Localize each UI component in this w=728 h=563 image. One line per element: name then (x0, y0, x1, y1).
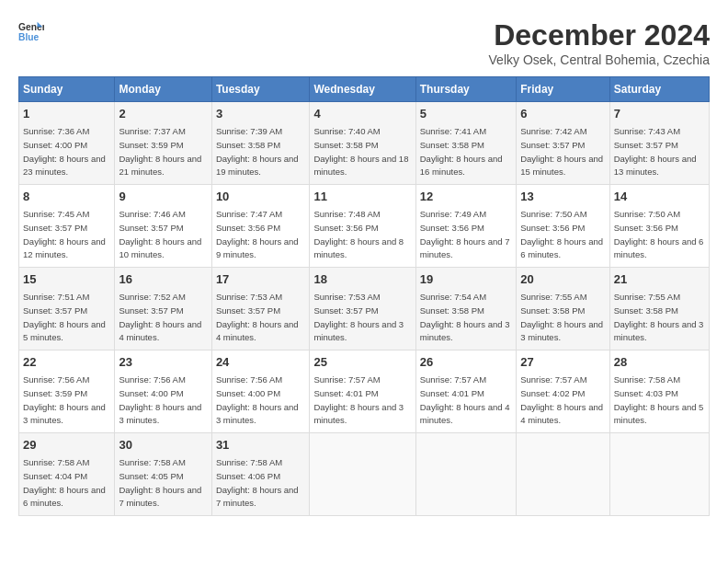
day-cell-13: 13 Sunrise: 7:50 AMSunset: 3:56 PMDaylig… (517, 185, 609, 268)
title-area: December 2024 Velky Osek, Central Bohemi… (489, 18, 710, 67)
svg-text:Blue: Blue (18, 32, 40, 42)
col-thursday: Thursday (415, 77, 516, 102)
day-cell-3: 3 Sunrise: 7:39 AMSunset: 3:58 PMDayligh… (211, 102, 310, 185)
day-cell-23: 23 Sunrise: 7:56 AMSunset: 4:00 PMDaylig… (115, 350, 211, 433)
day-cell-25: 25 Sunrise: 7:57 AMSunset: 4:01 PMDaylig… (310, 350, 415, 433)
location: Velky Osek, Central Bohemia, Czechia (489, 52, 710, 67)
week-row-3: 15 Sunrise: 7:51 AMSunset: 3:57 PMDaylig… (19, 268, 710, 350)
week-row-2: 8 Sunrise: 7:45 AMSunset: 3:57 PMDayligh… (19, 185, 710, 268)
col-sunday: Sunday (19, 77, 115, 102)
month-title: December 2024 (489, 18, 710, 52)
day-cell-21: 21 Sunrise: 7:55 AMSunset: 3:58 PMDaylig… (609, 268, 709, 350)
header-row: Sunday Monday Tuesday Wednesday Thursday… (19, 77, 710, 102)
col-saturday: Saturday (609, 77, 709, 102)
day-cell-20: 20 Sunrise: 7:55 AMSunset: 3:58 PMDaylig… (517, 268, 609, 350)
day-cell-28: 28 Sunrise: 7:58 AMSunset: 4:03 PMDaylig… (609, 350, 709, 433)
empty-cell-4 (609, 433, 709, 516)
day-cell-27: 27 Sunrise: 7:57 AMSunset: 4:02 PMDaylig… (517, 350, 609, 433)
day-cell-8: 8 Sunrise: 7:45 AMSunset: 3:57 PMDayligh… (19, 185, 115, 268)
col-monday: Monday (115, 77, 211, 102)
day-cell-31: 31 Sunrise: 7:58 AMSunset: 4:06 PMDaylig… (211, 433, 310, 516)
empty-cell-1 (310, 433, 415, 516)
day-cell-9: 9 Sunrise: 7:46 AMSunset: 3:57 PMDayligh… (115, 185, 211, 268)
day-cell-4: 4 Sunrise: 7:40 AMSunset: 3:58 PMDayligh… (310, 102, 415, 185)
col-tuesday: Tuesday (211, 77, 310, 102)
day-cell-16: 16 Sunrise: 7:52 AMSunset: 3:57 PMDaylig… (115, 268, 211, 350)
col-friday: Friday (517, 77, 609, 102)
day-cell-14: 14 Sunrise: 7:50 AMSunset: 3:56 PMDaylig… (609, 185, 709, 268)
day-cell-10: 10 Sunrise: 7:47 AMSunset: 3:56 PMDaylig… (211, 185, 310, 268)
day-cell-7: 7 Sunrise: 7:43 AMSunset: 3:57 PMDayligh… (609, 102, 709, 185)
page-header: General Blue December 2024 Velky Osek, C… (18, 18, 710, 67)
week-row-1: 1 Sunrise: 7:36 AMSunset: 4:00 PMDayligh… (19, 102, 710, 185)
day-cell-1: 1 Sunrise: 7:36 AMSunset: 4:00 PMDayligh… (19, 102, 115, 185)
logo: General Blue (18, 18, 44, 44)
day-cell-17: 17 Sunrise: 7:53 AMSunset: 3:57 PMDaylig… (211, 268, 310, 350)
day-cell-2: 2 Sunrise: 7:37 AMSunset: 3:59 PMDayligh… (115, 102, 211, 185)
day-cell-24: 24 Sunrise: 7:56 AMSunset: 4:00 PMDaylig… (211, 350, 310, 433)
day-cell-22: 22 Sunrise: 7:56 AMSunset: 3:59 PMDaylig… (19, 350, 115, 433)
day-cell-15: 15 Sunrise: 7:51 AMSunset: 3:57 PMDaylig… (19, 268, 115, 350)
week-row-4: 22 Sunrise: 7:56 AMSunset: 3:59 PMDaylig… (19, 350, 710, 433)
day-cell-6: 6 Sunrise: 7:42 AMSunset: 3:57 PMDayligh… (517, 102, 609, 185)
logo-icon: General Blue (18, 18, 44, 44)
day-cell-30: 30 Sunrise: 7:58 AMSunset: 4:05 PMDaylig… (115, 433, 211, 516)
empty-cell-3 (517, 433, 609, 516)
day-cell-5: 5 Sunrise: 7:41 AMSunset: 3:58 PMDayligh… (415, 102, 516, 185)
day-cell-18: 18 Sunrise: 7:53 AMSunset: 3:57 PMDaylig… (310, 268, 415, 350)
day-cell-11: 11 Sunrise: 7:48 AMSunset: 3:56 PMDaylig… (310, 185, 415, 268)
day-cell-29: 29 Sunrise: 7:58 AMSunset: 4:04 PMDaylig… (19, 433, 115, 516)
calendar-table: Sunday Monday Tuesday Wednesday Thursday… (18, 76, 710, 516)
svg-text:General: General (18, 22, 44, 32)
day-cell-19: 19 Sunrise: 7:54 AMSunset: 3:58 PMDaylig… (415, 268, 516, 350)
col-wednesday: Wednesday (310, 77, 415, 102)
day-cell-12: 12 Sunrise: 7:49 AMSunset: 3:56 PMDaylig… (415, 185, 516, 268)
day-cell-26: 26 Sunrise: 7:57 AMSunset: 4:01 PMDaylig… (415, 350, 516, 433)
empty-cell-2 (415, 433, 516, 516)
week-row-5: 29 Sunrise: 7:58 AMSunset: 4:04 PMDaylig… (19, 433, 710, 516)
